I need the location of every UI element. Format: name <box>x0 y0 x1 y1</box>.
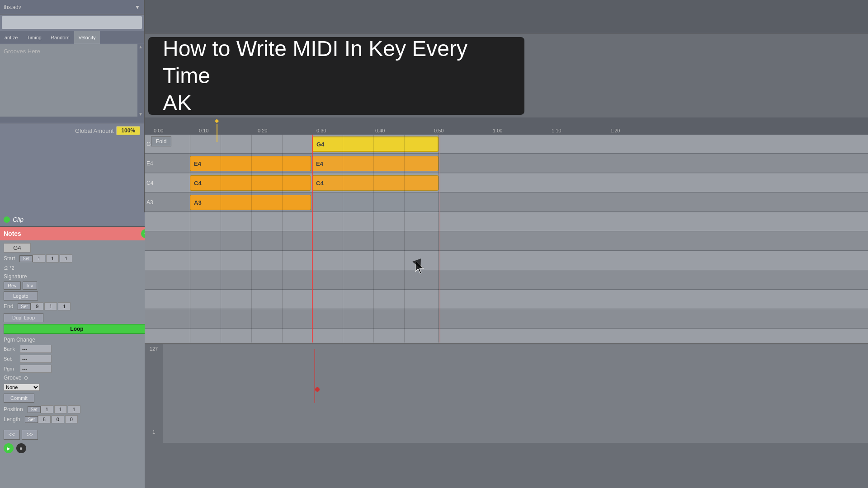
n2b-label: *2 <box>9 265 14 271</box>
dupl-loop-row: Dupl Loop <box>4 313 150 322</box>
note-c4-1[interactable]: C4 <box>190 175 311 191</box>
sub-row: Sub <box>4 355 150 363</box>
search-bar[interactable] <box>2 16 142 29</box>
sig-label: Signature <box>4 273 27 280</box>
tab-velocity[interactable]: Velocity <box>74 31 100 44</box>
lane-label-c4: C4 <box>146 180 160 186</box>
grid-line-beat1 <box>190 135 190 343</box>
len-field-3[interactable] <box>65 415 78 423</box>
clip-end-line <box>439 135 440 343</box>
groove-label: Groove <box>4 375 21 381</box>
groove-none-row: None <box>4 384 150 391</box>
video-overlay: How to Write MIDI In Key Every Time AK <box>148 37 524 115</box>
signature-row: Signature <box>4 273 150 280</box>
sub-label: Sub <box>4 356 20 361</box>
nav-prev-button[interactable]: << <box>4 430 20 440</box>
bank-row: Bank <box>4 345 150 353</box>
end-field-2[interactable] <box>44 302 57 310</box>
time-40: 0:40 <box>375 128 385 133</box>
time-30: 0:30 <box>316 128 326 133</box>
n2-row: :2 *2 <box>4 265 150 271</box>
time-110: 1:10 <box>552 128 561 133</box>
main-area: How to Write MIDI In Key Every Time AK 0… <box>145 0 868 488</box>
pgm-label-field: Pgm <box>4 366 20 371</box>
tab-quantize[interactable]: antize <box>0 31 22 44</box>
dupl-loop-button[interactable]: Dupl Loop <box>4 313 43 322</box>
pgm-input[interactable] <box>20 365 52 373</box>
grooves-label: Grooves Here <box>0 44 144 58</box>
clip-dot-icon <box>4 216 10 223</box>
global-amount-row: Global Amount 100% <box>0 123 144 138</box>
pos-field-3[interactable] <box>68 405 80 413</box>
vel-bar-1 <box>314 349 315 403</box>
pos-field-1[interactable] <box>41 405 53 413</box>
legato-button[interactable]: Legato <box>4 291 38 300</box>
note-controls: Start Set :2 *2 Signature Rev Inv Legato <box>0 240 154 428</box>
note-a3-1[interactable]: A3 <box>190 195 311 210</box>
length-row: Length Set <box>4 415 150 423</box>
end-field-3[interactable] <box>58 302 71 310</box>
bot-eq-icon[interactable]: ≡ <box>16 443 26 453</box>
end-set-button[interactable]: Set <box>18 303 31 310</box>
notes-header: Notes + <box>0 227 154 240</box>
pos-field-2[interactable] <box>54 405 67 413</box>
tab-random[interactable]: Random <box>46 31 74 44</box>
position-label: Position <box>4 406 23 413</box>
len-field-1[interactable] <box>38 415 51 423</box>
global-amount-value[interactable]: 100% <box>116 126 140 135</box>
scroll-up-arrow[interactable]: ▲ <box>138 44 143 49</box>
bank-input[interactable] <box>20 345 52 353</box>
scroll-down-arrow[interactable]: ▼ <box>138 112 143 117</box>
start-field-3[interactable] <box>60 254 72 263</box>
pgm-change-section: Pgm Change Bank Sub Pgm <box>4 337 150 373</box>
pgm-change-label: Pgm Change <box>4 337 150 343</box>
clip-title: Clip <box>13 216 24 223</box>
bank-label: Bank <box>4 346 20 352</box>
start-set-button[interactable]: Set <box>19 255 33 262</box>
end-field-1[interactable] <box>31 302 43 310</box>
video-line2: AK <box>163 89 510 117</box>
lane-c4: C4 C4 C4 <box>145 174 868 192</box>
piano-roll: G4 G4 E4 E4 E4 C4 C4 C4 A3 A3 <box>145 135 868 343</box>
notes-title: Notes <box>4 230 21 237</box>
loop-button[interactable]: Loop <box>4 324 150 334</box>
groove-row: Groove ⊕ <box>4 375 150 381</box>
note-e4-1[interactable]: E4 <box>190 156 311 171</box>
global-amount-label: Global Amount <box>75 127 113 134</box>
time-0: 0:00 <box>154 128 163 133</box>
video-text: How to Write MIDI In Key Every Time AK <box>148 28 524 124</box>
selection-highlight <box>312 135 439 212</box>
file-title: ths.adv <box>4 4 21 10</box>
fold-button[interactable]: Fold <box>151 136 171 146</box>
start-field-1[interactable] <box>33 254 45 263</box>
start-label: Start <box>4 255 15 262</box>
commit-button[interactable]: Commit <box>4 394 34 403</box>
nav-row: << >> <box>0 428 154 441</box>
dropdown-arrow-icon[interactable]: ▼ <box>135 4 140 10</box>
lane-empty-6 <box>145 310 868 328</box>
note-pitch-input[interactable] <box>4 243 31 253</box>
commit-row: Commit <box>4 394 150 403</box>
legato-row: Legato <box>4 291 150 300</box>
video-line1: How to Write MIDI In Key Every Time <box>163 35 510 89</box>
lane-g4: G4 G4 <box>145 135 868 154</box>
start-row: Start Set <box>4 254 150 263</box>
groove-select[interactable]: None <box>4 384 40 391</box>
time-120: 1:20 <box>610 128 620 133</box>
len-field-2[interactable] <box>52 415 64 423</box>
bot-play-icon[interactable]: ▶ <box>4 443 14 453</box>
length-set-button[interactable]: Set <box>25 416 38 423</box>
lane-a3: A3 A3 <box>145 193 868 212</box>
groove-icon[interactable]: ⊕ <box>24 375 28 381</box>
nav-next-button[interactable]: >> <box>22 430 38 440</box>
scroll-area: ▲ ▼ Grooves Here <box>0 44 144 117</box>
inv-button[interactable]: Inv <box>23 282 38 290</box>
time-100: 1:00 <box>493 128 502 133</box>
vel-dot-1 <box>315 387 320 392</box>
start-field-2[interactable] <box>46 254 59 263</box>
position-set-button[interactable]: Set <box>28 406 41 413</box>
tab-timing[interactable]: Timing <box>22 31 46 44</box>
rev-button[interactable]: Rev <box>4 282 21 290</box>
position-row: Position Set <box>4 405 150 413</box>
sub-input[interactable] <box>20 355 52 363</box>
